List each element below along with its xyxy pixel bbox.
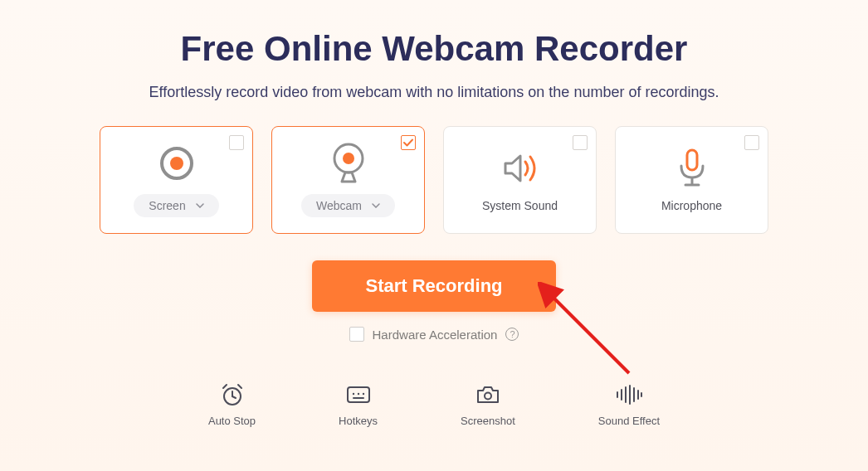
svg-line-9	[232, 396, 236, 398]
source-card-screen[interactable]: Screen	[100, 126, 253, 234]
svg-line-11	[238, 385, 241, 388]
screen-dropdown[interactable]: Screen	[134, 194, 218, 217]
tool-label-screenshot: Screenshot	[461, 415, 515, 427]
page-subtitle: Effortlessly record video from webcam wi…	[17, 84, 851, 101]
svg-point-14	[357, 393, 358, 395]
tool-sound-effect[interactable]: Sound Effect	[598, 383, 660, 427]
page-title: Free Online Webcam Recorder	[17, 29, 851, 69]
svg-point-1	[170, 157, 183, 170]
svg-point-3	[343, 153, 354, 164]
hardware-accel-checkbox[interactable]	[349, 327, 364, 342]
hardware-accel-row: Hardware Acceleration ?	[17, 327, 851, 342]
chevron-down-icon	[196, 203, 204, 208]
system-sound-label: System Sound	[482, 199, 558, 212]
system-sound-checkbox[interactable]	[573, 135, 588, 150]
keyboard-icon	[346, 383, 371, 406]
svg-rect-4	[687, 150, 697, 170]
source-card-system-sound[interactable]: System Sound	[443, 126, 597, 234]
camera-icon	[475, 383, 500, 406]
tool-hotkeys[interactable]: Hotkeys	[339, 383, 378, 427]
screen-dropdown-label: Screen	[149, 199, 185, 212]
microphone-icon	[675, 148, 709, 189]
svg-line-10	[223, 385, 227, 388]
tool-label-auto-stop: Auto Stop	[208, 415, 256, 427]
tool-screenshot[interactable]: Screenshot	[461, 383, 515, 427]
webcam-dropdown[interactable]: Webcam	[301, 194, 395, 217]
source-card-microphone[interactable]: Microphone	[615, 126, 768, 234]
start-recording-button[interactable]: Start Recording	[312, 260, 555, 312]
webcam-dropdown-label: Webcam	[316, 199, 362, 212]
webcam-checkbox[interactable]	[401, 135, 416, 150]
help-icon[interactable]: ?	[505, 328, 519, 341]
tool-auto-stop[interactable]: Auto Stop	[208, 383, 256, 427]
tool-label-sound-effect: Sound Effect	[598, 415, 660, 427]
screen-record-icon	[157, 143, 197, 184]
tool-label-hotkeys: Hotkeys	[339, 415, 378, 427]
hardware-accel-label: Hardware Acceleration	[373, 328, 498, 342]
svg-point-15	[362, 393, 363, 395]
source-card-webcam[interactable]: Webcam	[271, 126, 425, 234]
webcam-icon	[329, 143, 368, 184]
svg-point-13	[352, 393, 354, 395]
chevron-down-icon	[372, 203, 380, 208]
sound-wave-icon	[615, 383, 643, 406]
screen-checkbox[interactable]	[229, 135, 244, 150]
source-cards: Screen Webcam	[17, 126, 851, 234]
microphone-checkbox[interactable]	[744, 135, 759, 150]
tool-row: Auto Stop Hotkeys Screenshot	[17, 383, 851, 427]
microphone-label: Microphone	[661, 199, 722, 212]
svg-point-17	[485, 393, 491, 400]
speaker-icon	[500, 148, 540, 189]
alarm-clock-icon	[220, 383, 245, 406]
